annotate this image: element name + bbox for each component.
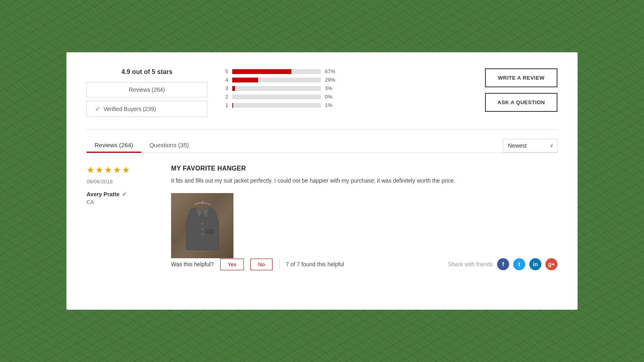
helpful-yes-button[interactable]: Yes	[220, 259, 244, 270]
review-text: It fits and fills out my suit jacket per…	[171, 176, 557, 185]
svg-point-3	[202, 228, 203, 230]
bar-pct-label: 67%	[325, 68, 339, 74]
reviewer-location: CA	[87, 199, 159, 205]
summary-section: 4.9 out of 5 stars Reviews (264) ✓ Verif…	[87, 68, 557, 130]
share-section: Share with friends f t in g+	[448, 258, 557, 270]
facebook-icon[interactable]: f	[497, 258, 509, 270]
bar-pct-label: 1%	[325, 102, 339, 108]
bar-star-label: 5	[223, 68, 228, 74]
star-3: ★	[104, 165, 112, 175]
helpful-count: 7 of 7 found this helpful	[286, 261, 344, 267]
svg-point-4	[202, 233, 203, 235]
bar-row: 567%	[223, 68, 453, 74]
helpful-label: Was this helpful?	[171, 261, 214, 267]
share-label: Share with friends	[448, 261, 493, 267]
star-bars-section: 567%429%33%20%11%	[207, 68, 469, 111]
linkedin-icon[interactable]: in	[529, 258, 541, 270]
helpful-no-button[interactable]: No	[250, 259, 272, 270]
bar-row: 11%	[223, 102, 453, 108]
bar-fill	[232, 78, 258, 82]
googleplus-icon[interactable]: g+	[545, 258, 557, 270]
bar-track	[232, 69, 321, 74]
verified-shield-icon: ✓	[95, 105, 100, 113]
bar-fill	[232, 103, 233, 108]
bar-star-label: 2	[223, 94, 228, 100]
bar-track	[232, 86, 321, 91]
star-5: ★	[122, 165, 130, 175]
svg-point-2	[202, 223, 203, 224]
helpful-row: Was this helpful? Yes No 7 of 7 found th…	[171, 258, 557, 270]
jacket-svg	[182, 197, 223, 254]
divider	[279, 259, 279, 269]
review-title: MY FAVORITE HANGER	[171, 165, 557, 172]
review-content: MY FAVORITE HANGER It fits and fills out…	[171, 165, 557, 270]
bar-row: 20%	[223, 94, 453, 100]
star-1: ★	[87, 165, 95, 175]
ask-question-button[interactable]: ASK A QUESTION	[485, 93, 557, 112]
bar-track	[232, 103, 321, 108]
reviews-count-box: Reviews (264)	[87, 82, 207, 97]
star-4: ★	[113, 165, 121, 175]
twitter-icon[interactable]: t	[513, 258, 525, 270]
bar-track	[232, 95, 321, 99]
reviewer-name: Avery Pratte ✓	[87, 191, 159, 197]
overall-rating: 4.9 out of 5 stars Reviews (264) ✓ Verif…	[87, 68, 207, 117]
bar-row: 429%	[223, 77, 453, 83]
bar-row: 33%	[223, 85, 453, 91]
review-stars: ★ ★ ★ ★ ★	[87, 165, 159, 175]
bar-pct-label: 3%	[325, 85, 339, 91]
sort-select[interactable]: Newest Oldest Most Helpful Highest Ratin…	[503, 139, 557, 152]
tabs-section: Reviews (264) Questions (35) Newest Olde…	[87, 138, 557, 153]
star-2: ★	[95, 165, 103, 175]
bar-star-label: 1	[223, 102, 228, 108]
bar-fill	[232, 86, 235, 91]
review-date: 09/06/2018	[87, 179, 159, 185]
bar-star-label: 3	[223, 85, 228, 91]
svg-rect-1	[206, 230, 214, 234]
verified-buyers-label: Verified Buyers (239)	[103, 106, 156, 112]
sort-section: Newest Oldest Most Helpful Highest Ratin…	[503, 139, 557, 152]
bar-track	[232, 78, 321, 82]
bar-pct-label: 0%	[325, 94, 339, 100]
review-image	[171, 193, 233, 258]
verified-buyers-box: ✓ Verified Buyers (239)	[87, 101, 207, 117]
bar-pct-label: 29%	[325, 77, 339, 83]
reviewer-verified-icon: ✓	[122, 191, 127, 197]
bar-fill	[232, 69, 291, 74]
tab-questions[interactable]: Questions (35)	[141, 138, 197, 152]
review-item: ★ ★ ★ ★ ★ 09/06/2018 Avery Pratte ✓ CA M…	[87, 165, 557, 270]
bar-star-label: 4	[223, 77, 228, 83]
review-meta: ★ ★ ★ ★ ★ 09/06/2018 Avery Pratte ✓ CA	[87, 165, 159, 270]
actions-section: WRITE A REVIEW ASK A QUESTION	[469, 68, 557, 112]
tab-reviews[interactable]: Reviews (264)	[87, 138, 141, 152]
review-card: 4.9 out of 5 stars Reviews (264) ✓ Verif…	[66, 52, 578, 310]
write-review-button[interactable]: WRITE A REVIEW	[485, 68, 557, 87]
sort-wrapper: Newest Oldest Most Helpful Highest Ratin…	[503, 139, 557, 152]
rating-title: 4.9 out of 5 stars	[87, 68, 207, 76]
